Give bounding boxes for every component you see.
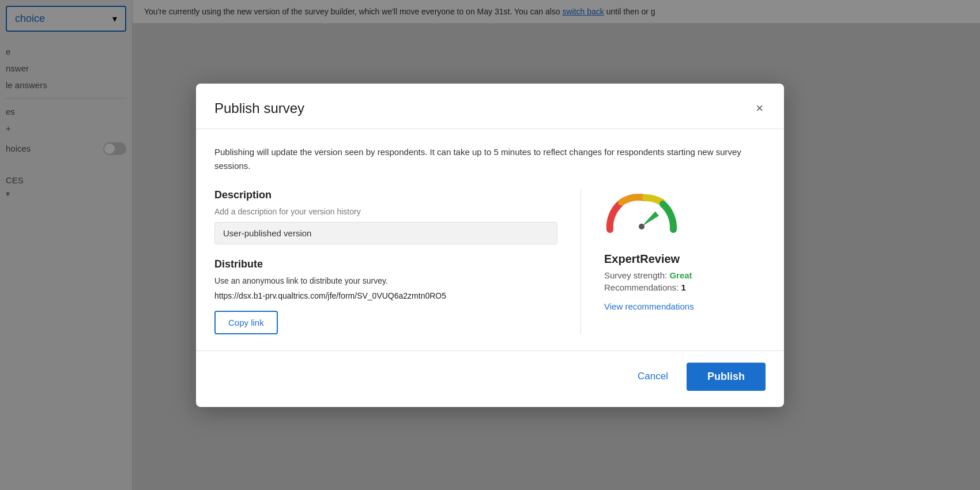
gauge-container	[604, 189, 679, 242]
modal-footer: Cancel Publish	[196, 350, 784, 407]
distribute-label: Distribute	[214, 258, 557, 270]
strength-label: Survey strength:	[604, 270, 667, 280]
distribute-hint: Use an anonymous link to distribute your…	[214, 276, 557, 285]
modal-left-column: Description Add a description for your v…	[214, 189, 581, 334]
modal-overlay: Publish survey × Publishing will update …	[0, 0, 980, 490]
publish-button[interactable]: Publish	[687, 363, 766, 391]
expert-review-title: ExpertReview	[604, 252, 680, 266]
recommendations-line: Recommendations: 1	[604, 282, 686, 292]
description-section-label: Description	[214, 189, 557, 201]
svg-point-1	[639, 224, 644, 229]
modal-title: Publish survey	[214, 100, 304, 116]
modal-body: Publishing will update the version seen …	[196, 129, 784, 350]
modal-description: Publishing will update the version seen …	[214, 145, 766, 173]
strength-value: Great	[669, 270, 692, 280]
modal-header: Publish survey ×	[196, 84, 784, 129]
modal-close-button[interactable]: ×	[753, 100, 766, 117]
description-input[interactable]	[214, 222, 557, 244]
view-recommendations-link[interactable]: View recommendations	[604, 301, 694, 311]
recommendations-count: 1	[681, 282, 685, 292]
cancel-button[interactable]: Cancel	[628, 365, 677, 388]
survey-url: https://dsx.b1-prv.qualtrics.com/jfe/for…	[214, 291, 557, 300]
description-field-hint: Add a description for your version histo…	[214, 207, 557, 216]
modal-right-column: ExpertReview Survey strength: Great Reco…	[581, 189, 766, 334]
recommendations-label: Recommendations:	[604, 282, 679, 292]
strength-line: Survey strength: Great	[604, 270, 692, 280]
modal-columns: Description Add a description for your v…	[214, 189, 766, 334]
gauge-chart	[604, 189, 679, 235]
copy-link-button[interactable]: Copy link	[214, 311, 278, 334]
publish-survey-modal: Publish survey × Publishing will update …	[196, 84, 784, 407]
